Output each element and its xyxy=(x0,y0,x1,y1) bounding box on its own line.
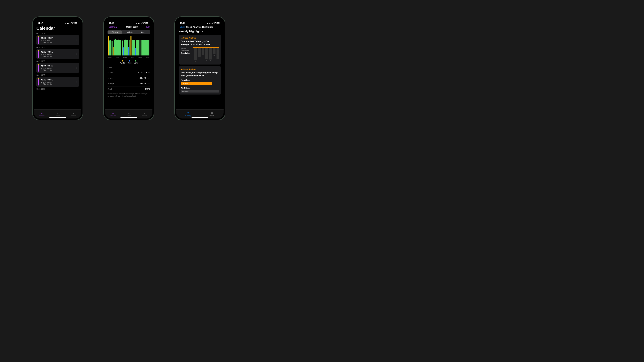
phase-bar-light xyxy=(125,39,126,55)
back-button[interactable]: ‹ Calendar xyxy=(108,26,118,28)
tab-calendar[interactable]: ▦ Calendar xyxy=(105,110,121,118)
seg-noise[interactable]: Noise xyxy=(136,30,150,34)
entry-date: Oct 7, 2019 xyxy=(36,60,79,62)
awake-dot-icon xyxy=(122,60,124,61)
phase-bar-light xyxy=(138,40,139,55)
weekly-bar xyxy=(205,47,208,59)
light-dot-icon xyxy=(135,60,136,61)
weekly-day-label: M xyxy=(214,55,215,56)
avg-value: 7hr32min xyxy=(180,51,191,55)
phase-bar-light xyxy=(140,40,140,55)
back-button[interactable]: ‹ Back xyxy=(178,26,184,28)
compare-this-week: 6hr41min This week xyxy=(180,79,219,85)
calendar-entry[interactable]: 01:21 - 08:51🛏7 hr, 30 min☾7 hr, 30 min› xyxy=(36,77,79,87)
tab-calendar[interactable]: ▦ Calendar xyxy=(34,110,50,118)
seg-heart-rate[interactable]: Heart Rate xyxy=(122,30,136,34)
svg-rect-5 xyxy=(148,23,149,23)
home-indicator[interactable] xyxy=(120,117,137,118)
svg-rect-7 xyxy=(217,22,219,24)
weekly-bar xyxy=(213,47,216,54)
status-bar: 11:15 ➤ ●●● xyxy=(176,18,224,25)
chevron-left-icon: ‹ xyxy=(178,26,179,28)
status-time: 11:15 xyxy=(180,22,185,24)
home-indicator[interactable] xyxy=(192,117,208,118)
phase-bar-light xyxy=(122,40,122,55)
tab-label: Trends xyxy=(127,114,131,116)
chevron-right-icon: › xyxy=(76,38,77,41)
entry-date: Oct 9, 2019 xyxy=(36,32,79,34)
edit-button[interactable]: Edit xyxy=(146,26,150,28)
entry-asleep: ☾6 hr, 27 min xyxy=(40,69,75,71)
seg-phases[interactable]: Phases xyxy=(108,30,122,34)
nav-title: Sleep Analysis Highlights xyxy=(186,26,213,28)
highlight-card-compare[interactable]: 🛏 Sleep Analysis This week, you're getti… xyxy=(178,66,221,94)
entry-info: 01:21 - 08:51🛏7 hr, 30 min☾7 hr, 30 min xyxy=(40,79,75,85)
location-icon: ➤ xyxy=(64,22,66,24)
entry-in-bed: 🛏7 hr, 30 min xyxy=(40,81,75,83)
calendar-entry[interactable]: 03:09 - 09:45🛏6 hr, 36 min☾6 hr, 27 min› xyxy=(36,63,79,73)
compare-bar-this: This week xyxy=(180,82,212,85)
x-tick: 01:21 xyxy=(108,56,112,58)
content[interactable]: Calendar Oct 9, 201902:24 - 09:27🛏7 hr, … xyxy=(34,25,81,109)
row-in-bed: In bed 8 hr, 33 min xyxy=(108,75,150,81)
row-label: In bed xyxy=(108,77,113,79)
avg-left: Average Time Asleep 7hr32min xyxy=(180,47,191,55)
phase-bar-light xyxy=(114,39,115,55)
weekly-bars-chart: WTFSSMT xyxy=(193,47,219,62)
entry-info: 03:09 - 09:45🛏6 hr, 36 min☾6 hr, 27 min xyxy=(40,65,75,71)
bed-icon: 🛏 xyxy=(180,37,182,39)
legend-label: Light xyxy=(134,62,138,64)
calendar-entry[interactable]: 01:21 - 08:51🛏7 hr, 30 min☾7 hr, 30 min› xyxy=(36,49,79,59)
status-time: 11:12 xyxy=(109,22,114,24)
signal-icon: ●●● xyxy=(67,22,70,24)
svg-rect-2 xyxy=(77,23,78,23)
bed-icon: 🛏 xyxy=(40,40,42,41)
compare-value: 6hr41min xyxy=(180,79,219,82)
weekly-bar-col: T xyxy=(198,47,200,59)
page-title: Calendar xyxy=(36,26,79,31)
home-indicator[interactable] xyxy=(49,117,66,118)
content[interactable]: Weekly Highlights 🛏 Sleep Analysis Over … xyxy=(176,29,224,109)
content[interactable]: Phases Heart Rate Noise 01:2103:0905:240… xyxy=(105,29,152,109)
location-icon: ➤ xyxy=(207,22,208,24)
tab-settings[interactable]: ⚙ Settings xyxy=(137,110,152,118)
moon-icon: ☾ xyxy=(40,55,42,57)
card-header: 🛏 Sleep Analysis xyxy=(180,37,219,39)
phases-chart xyxy=(108,36,150,55)
calendar-entry[interactable]: 02:24 - 09:27🛏7 hr, 3 min☾6 hr, 45 min› xyxy=(36,35,79,45)
legend-label: Deep xyxy=(128,62,132,64)
gear-icon: ⚙ xyxy=(73,112,74,114)
phase-bar-light xyxy=(146,40,147,55)
phase-bar-light xyxy=(143,40,144,55)
entry-info: 02:24 - 09:27🛏7 hr, 3 min☾6 hr, 45 min xyxy=(40,37,75,43)
wifi-icon xyxy=(71,22,74,24)
row-asleep: Asleep 8 hr, 15 min xyxy=(108,81,150,86)
phone-highlights: 11:15 ➤ ●●● ‹ Back Sleep Analysis Highli… xyxy=(174,16,226,120)
weekly-bar-col: W xyxy=(194,47,197,62)
row-value: 01:12 - 09:45 xyxy=(138,71,150,74)
tab-label: Settings xyxy=(71,114,76,116)
weekly-day-label: S xyxy=(210,60,211,61)
chevron-right-icon: › xyxy=(76,80,77,83)
calendar-icon: ▦ xyxy=(112,112,114,114)
entry-date: Oct 4, 2019 xyxy=(36,74,79,76)
row-goal: Goal 103% xyxy=(108,86,150,92)
phase-bar-light xyxy=(148,40,148,55)
weekly-bar-col: F xyxy=(202,47,204,57)
phase-bar-awake xyxy=(113,47,114,55)
moon-icon: ☾ xyxy=(40,83,42,85)
phase-bar-deep xyxy=(123,47,124,55)
bed-icon: 🛏 xyxy=(40,81,42,83)
research-note: Researchers have found that sleeping 7–9… xyxy=(108,92,150,98)
phase-bar-light xyxy=(118,39,119,55)
screen: 11:17 ➤ ●●● Calendar Oct 9, 201902:24 - … xyxy=(34,18,81,118)
tab-settings[interactable]: ⚙ Settings xyxy=(66,110,81,118)
tab-label: Summary xyxy=(185,115,191,116)
status-icons: ➤ ●●● xyxy=(64,22,78,24)
weekly-bar xyxy=(216,47,219,59)
phase-bar-icon xyxy=(38,50,39,58)
svg-rect-8 xyxy=(220,23,220,23)
phase-bar-light xyxy=(140,40,142,55)
phase-bar-light xyxy=(117,40,118,55)
highlight-card-average[interactable]: 🛏 Sleep Analysis Over the last 7 days, y… xyxy=(178,35,221,64)
